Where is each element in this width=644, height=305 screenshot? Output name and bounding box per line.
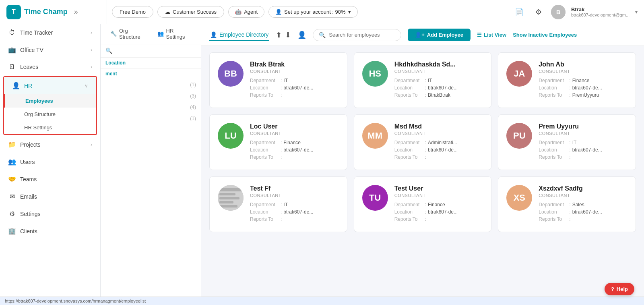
customer-success-button[interactable]: ☁ Customer Success xyxy=(157,6,224,18)
avatar: XS xyxy=(506,185,532,211)
employee-role: CONSULTANT xyxy=(250,131,339,136)
panel-item-4[interactable]: (1) xyxy=(101,113,201,124)
settings-button[interactable]: ⚙ xyxy=(532,5,545,19)
sidebar-item-org-structure[interactable]: Org Structure xyxy=(4,108,96,121)
employee-card[interactable]: BB Btrak Btrak CONSULTANT Department : I… xyxy=(209,52,347,108)
user-setup-icon: 👤 xyxy=(275,9,282,15)
user-name: Btrak xyxy=(571,6,630,12)
sidebar: ⏱ Time Tracker › 📺 Office TV › 🗓 Leaves … xyxy=(0,24,101,297)
avatar: JA xyxy=(506,61,532,87)
upload-icons: ⬆ ⬇ xyxy=(276,31,291,39)
gear-icon: ⚙ xyxy=(535,8,542,17)
reports-to-row: Reports To : xyxy=(394,216,483,222)
sidebar-item-projects[interactable]: 📁 Projects › xyxy=(0,136,100,153)
main-area: ⏱ Time Tracker › 📺 Office TV › 🗓 Leaves … xyxy=(0,24,644,297)
avatar: B xyxy=(551,5,566,19)
avatar: HS xyxy=(362,61,388,87)
employee-role: CONSULTANT xyxy=(539,69,627,74)
show-inactive-button[interactable]: Show Inactive Employees xyxy=(513,32,577,38)
sidebar-item-employees[interactable]: Employees xyxy=(4,94,96,108)
upload-icon[interactable]: ⬆ xyxy=(276,31,282,39)
wrench-icon: 🔧 xyxy=(110,31,117,37)
agent-button[interactable]: 🤖 Agent xyxy=(228,6,264,18)
panel-item-2[interactable]: (3) xyxy=(101,90,201,102)
agent-icon: 🤖 xyxy=(235,9,242,15)
employee-card[interactable]: HS Hkdhkdhaskda Sd... CONSULTANT Departm… xyxy=(354,52,492,108)
search-magnifier-icon: 🔍 xyxy=(319,32,326,38)
employee-details: Xszdxvf Sadfg CONSULTANT Department : Sa… xyxy=(539,185,627,224)
expand-sidebar-icon[interactable]: » xyxy=(74,8,78,16)
setup-button[interactable]: 👤 Set up your account : 90% ▾ xyxy=(268,6,357,18)
employee-details: Loc User CONSULTANT Department : Finance… xyxy=(250,123,339,162)
sidebar-item-settings[interactable]: ⚙ Settings xyxy=(0,205,100,222)
add-user-icon: 👤+ xyxy=(415,32,425,38)
sidebar-item-leaves[interactable]: 🗓 Leaves › xyxy=(0,58,100,75)
chevron-down-icon: ∨ xyxy=(85,83,88,89)
clients-icon: 🏢 xyxy=(8,227,16,235)
panel-item-1[interactable]: (1) xyxy=(101,79,201,90)
tab-hr-settings[interactable]: 👥 HR Settings xyxy=(153,24,196,44)
sidebar-item-office-tv[interactable]: 📺 Office TV › xyxy=(0,41,100,58)
sidebar-item-hr[interactable]: 👤 HR ∨ xyxy=(4,77,96,94)
help-button[interactable]: ? Help xyxy=(605,283,634,295)
employee-card[interactable]: MM Msd Msd CONSULTANT Department : Admin… xyxy=(354,114,492,170)
reports-to-row: Reports To : xyxy=(250,154,339,160)
sidebar-item-hr-settings[interactable]: HR Settings xyxy=(4,121,96,134)
employee-card[interactable]: Test Ff CONSULTANT Department : IT Locat… xyxy=(209,176,347,232)
app-title: Time Champ xyxy=(24,8,68,16)
search-input[interactable] xyxy=(329,32,393,38)
employee-card[interactable]: JA John Ab CONSULTANT Department : Finan… xyxy=(498,52,636,108)
chevron-right-icon: › xyxy=(91,30,92,35)
sidebar-item-emails[interactable]: ✉ Emails xyxy=(0,188,100,205)
add-employee-button[interactable]: 👤+ Add Employee xyxy=(408,29,471,41)
location-row: Location : btrak607-de... xyxy=(539,147,627,153)
svg-rect-3 xyxy=(219,188,242,191)
location-row: Location : btrak607-de... xyxy=(250,209,339,215)
content-area: 👤 Employee Directory ⬆ ⬇ 👤 🔍 👤+ Add xyxy=(201,24,644,297)
reports-to-row: Reports To : xyxy=(250,92,339,98)
department-row: Department : Finance xyxy=(394,202,483,207)
user-dropdown-icon[interactable]: ▾ xyxy=(635,9,638,15)
free-demo-button[interactable]: Free Demo xyxy=(112,6,153,18)
employee-role: CONSULTANT xyxy=(250,69,339,74)
svg-rect-4 xyxy=(219,193,235,195)
department-row: Department : IT xyxy=(394,78,483,83)
tab-org-structure[interactable]: 🔧 Org Structure xyxy=(105,24,153,44)
employee-name: Msd Msd xyxy=(394,123,483,130)
list-view-button[interactable]: ☰ List View xyxy=(477,32,506,38)
user-info: Btrak btrak607-development@gm... xyxy=(571,6,630,17)
dept-header: ment xyxy=(101,68,201,79)
employee-role: CONSULTANT xyxy=(250,193,339,198)
sidebar-item-clients[interactable]: 🏢 Clients xyxy=(0,222,100,240)
department-row: Department : IT xyxy=(250,78,339,83)
panel-item-3[interactable]: (4) xyxy=(101,102,201,113)
employee-role: CONSULTANT xyxy=(394,193,483,198)
employee-name: Btrak Btrak xyxy=(250,61,339,68)
user-email: btrak607-development@gm... xyxy=(571,12,630,17)
user-search-icon: 👤 xyxy=(297,31,306,39)
download-icon[interactable]: ⬇ xyxy=(285,31,291,39)
notifications-button[interactable]: 📄 xyxy=(512,5,526,19)
teams-icon: 🤝 xyxy=(8,175,16,183)
sidebar-item-time-tracker[interactable]: ⏱ Time Tracker › xyxy=(0,24,100,41)
employee-card[interactable]: PU Prem Uyyuru CONSULTANT Department : I… xyxy=(498,114,636,170)
content-wrapper: 🔧 Org Structure 👥 HR Settings 🔍 Location… xyxy=(101,24,644,297)
employee-details: Prem Uyyuru CONSULTANT Department : IT L… xyxy=(539,123,627,162)
location-header: Location xyxy=(101,58,201,68)
location-row: Location : btrak607-de... xyxy=(394,147,483,153)
search-bar[interactable]: 🔍 xyxy=(313,29,401,41)
emails-icon: ✉ xyxy=(8,193,16,200)
employee-name: Test User xyxy=(394,185,483,192)
sidebar-item-users[interactable]: 👥 Users xyxy=(0,153,100,170)
avatar: BB xyxy=(218,61,244,87)
svg-rect-7 xyxy=(219,205,237,207)
employee-card[interactable]: XS Xszdxvf Sadfg CONSULTANT Department :… xyxy=(498,176,636,232)
avatar: PU xyxy=(506,123,532,149)
employee-card[interactable]: TU Test User CONSULTANT Department : Fin… xyxy=(354,176,492,232)
svg-text:B: B xyxy=(556,9,560,15)
sidebar-item-teams[interactable]: 🤝 Teams xyxy=(0,170,100,188)
dropdown-chevron-icon: ▾ xyxy=(348,9,351,15)
department-row: Department : Sales xyxy=(539,202,627,207)
employee-card[interactable]: LU Loc User CONSULTANT Department : Fina… xyxy=(209,114,347,170)
tab-employee-directory[interactable]: 👤 Employee Directory xyxy=(209,29,269,41)
